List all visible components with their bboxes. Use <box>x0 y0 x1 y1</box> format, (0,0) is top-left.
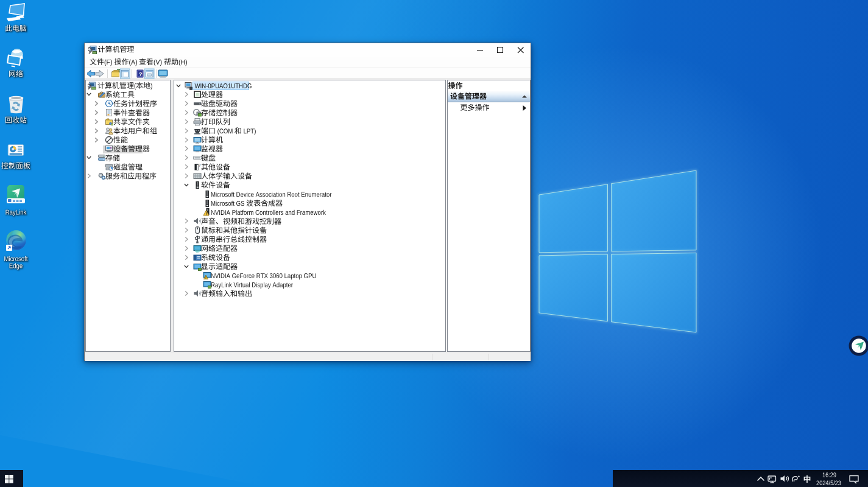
svg-text:?: ? <box>139 71 143 77</box>
svg-text:?: ? <box>198 163 200 167</box>
